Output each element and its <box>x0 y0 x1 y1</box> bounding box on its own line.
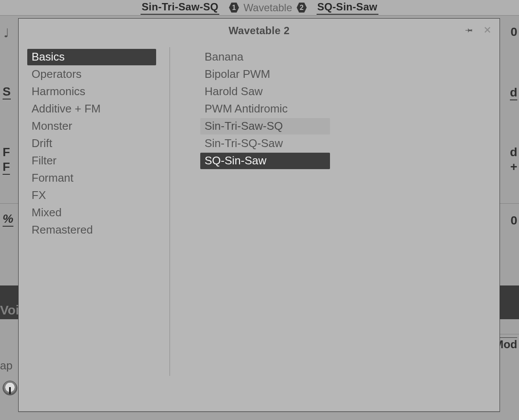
oscillator-tabs: Sin-Tri-Saw-SQ 1 Wavetable 2 SQ-Sin-Saw <box>0 0 519 16</box>
bg-label: F <box>3 145 10 159</box>
note-icon <box>3 26 9 40</box>
osc2-preset-label[interactable]: SQ-Sin-Saw <box>317 1 378 15</box>
osc-badge-1[interactable]: 1 <box>229 3 239 13</box>
preset-item[interactable]: Banana <box>200 49 330 65</box>
category-item[interactable]: Formant <box>27 170 156 186</box>
preset-item[interactable]: PWM Antidromic <box>200 101 330 117</box>
preset-item[interactable]: Harold Saw <box>200 83 330 100</box>
bg-label: d <box>510 145 517 159</box>
wavetable-browser-popup: Wavetable 2 BasicsOperatorsHarmonicsAddi… <box>18 18 500 412</box>
preset-item[interactable]: Sin-Tri-SQ-Saw <box>200 135 330 152</box>
osc-badge-2[interactable]: 2 <box>297 3 307 13</box>
category-item[interactable]: FX <box>27 187 156 204</box>
bg-label: d <box>510 86 517 100</box>
category-item[interactable]: Monster <box>27 118 156 135</box>
pin-icon[interactable] <box>464 25 474 35</box>
shape-knob[interactable] <box>3 381 17 395</box>
osc1-preset-label[interactable]: Sin-Tri-Saw-SQ <box>141 1 219 15</box>
category-item[interactable]: Additive + FM <box>27 101 156 117</box>
category-item[interactable]: Operators <box>27 66 156 83</box>
preset-item[interactable]: Sin-Tri-Saw-SQ <box>200 118 330 135</box>
shape-label-fragment: ap <box>0 359 13 372</box>
preset-list: BananaBipolar PWMHarold SawPWM Antidromi… <box>170 47 330 403</box>
category-item[interactable]: Drift <box>27 135 156 152</box>
bg-label: S <box>3 85 11 99</box>
bg-label: + <box>510 160 517 174</box>
category-item[interactable]: Filter <box>27 153 156 169</box>
popup-header: Wavetable 2 <box>19 19 500 43</box>
preset-item[interactable]: SQ-Sin-Saw <box>200 153 330 169</box>
preset-item[interactable]: Bipolar PWM <box>200 66 330 83</box>
popup-title: Wavetable 2 <box>228 25 289 37</box>
voices-label: Voi <box>0 303 19 317</box>
bg-value: 0 <box>510 214 517 228</box>
oscillator-section-label: Wavetable <box>243 2 292 14</box>
category-item[interactable]: Remastered <box>27 222 156 238</box>
bg-label: % <box>3 212 13 227</box>
bg-label: F <box>3 160 10 175</box>
category-item[interactable]: Harmonics <box>27 83 156 100</box>
category-item[interactable]: Basics <box>27 49 156 65</box>
category-item[interactable]: Mixed <box>27 205 156 221</box>
category-list: BasicsOperatorsHarmonicsAdditive + FMMon… <box>27 47 170 376</box>
bg-value: 0 <box>510 25 517 39</box>
close-icon[interactable] <box>482 25 493 35</box>
